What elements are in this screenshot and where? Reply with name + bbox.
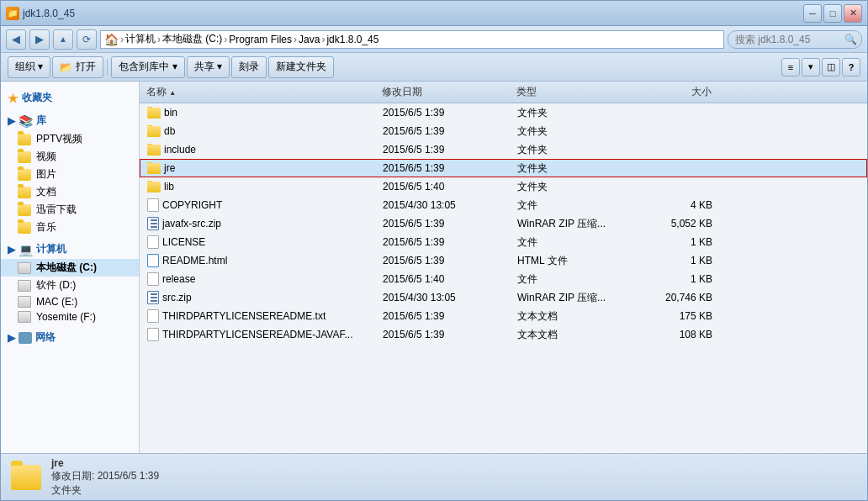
forward-button[interactable]: ▶ [29, 29, 50, 50]
drive-icon-c [18, 262, 31, 274]
open-icon: 📂 [60, 61, 72, 73]
file-name: include [140, 144, 376, 156]
sidebar-item-thunder[interactable]: 迅雷下载 [1, 201, 139, 219]
file-row[interactable]: README.html 2015/6/5 1:39 HTML 文件 1 KB [140, 251, 867, 270]
sidebar-item-docs[interactable]: 文档 [1, 183, 139, 201]
burn-button[interactable]: 刻录 [231, 56, 267, 78]
file-row[interactable]: lib 2015/6/5 1:40 文件夹 [140, 177, 867, 196]
file-row[interactable]: release 2015/6/5 1:40 文件 1 KB [140, 270, 867, 288]
organize-button[interactable]: 组织 ▾ [8, 56, 50, 78]
file-list-content: bin 2015/6/5 1:39 文件夹 db 2015/6/5 1:39 文… [140, 103, 867, 453]
sidebar-item-images[interactable]: 图片 [1, 166, 139, 183]
col-header-date[interactable]: 修改日期 [375, 85, 510, 99]
file-name: bin [140, 107, 376, 119]
file-row[interactable]: THIRDPARTYLICENSEREADME-JAVAF... 2015/6/… [140, 325, 867, 344]
new-folder-button[interactable]: 新建文件夹 [268, 56, 334, 78]
view-toggle-button[interactable]: ≡ [781, 58, 800, 76]
view-dropdown-button[interactable]: ▾ [802, 58, 820, 76]
sidebar-item-music[interactable]: 音乐 [1, 219, 139, 236]
address-path[interactable]: 🏠 › 计算机 › 本地磁盘 (C:) › Program Files › Ja… [100, 30, 724, 49]
file-row[interactable]: javafx-src.zip 2015/6/5 1:39 WinRAR ZIP … [140, 214, 867, 233]
file-date: 2015/6/5 1:40 [376, 181, 511, 192]
col-header-size[interactable]: 大小 [644, 85, 728, 99]
title-bar: 📁 jdk1.8.0_45 ─ □ ✕ [1, 1, 867, 26]
maximize-button[interactable]: □ [823, 4, 842, 23]
file-type: 文件 [511, 198, 645, 213]
help-button[interactable]: ? [842, 58, 860, 76]
search-icon: 🔍 [844, 34, 857, 45]
file-name: release [140, 272, 376, 286]
file-date: 2015/6/5 1:39 [376, 162, 511, 174]
search-input[interactable] [728, 30, 862, 49]
close-button[interactable]: ✕ [844, 4, 862, 23]
folder-icon-images [18, 169, 31, 181]
back-button[interactable]: ◀ [6, 29, 26, 50]
refresh-button[interactable]: ⟳ [77, 29, 97, 50]
search-container: 🔍 [728, 30, 862, 49]
path-computer[interactable]: 计算机 [125, 32, 156, 46]
up-button[interactable]: ▲ [53, 29, 73, 50]
sidebar-item-yosemite[interactable]: Yosemite (F:) [1, 309, 139, 324]
file-size: 20,746 KB [645, 292, 729, 303]
file-type: 文件夹 [511, 143, 645, 157]
path-program-files[interactable]: Program Files [229, 34, 292, 45]
file-size: 108 KB [645, 329, 729, 340]
sidebar-item-video[interactable]: 视频 [1, 148, 139, 166]
file-row[interactable]: jre 2015/6/5 1:39 文件夹 [140, 159, 867, 177]
toolbar: 组织 ▾ 📂 打开 包含到库中 ▾ 共享 ▾ 刻录 新建文件夹 ≡ ▾ ◫ ? [1, 53, 867, 82]
file-row[interactable]: COPYRIGHT 2015/4/30 13:05 文件 4 KB [140, 196, 867, 214]
drive-icon-d [18, 280, 31, 292]
library-section: ▶ 📚 库 PPTV视频 视频 图片 文档 [1, 111, 139, 236]
file-name: README.html [140, 254, 376, 267]
file-row[interactable]: bin 2015/6/5 1:39 文件夹 [140, 103, 867, 122]
share-button[interactable]: 共享 ▾ [187, 56, 230, 78]
sidebar-item-local-disk[interactable]: 本地磁盘 (C:) [1, 259, 139, 277]
folder-icon-pptv [18, 134, 31, 145]
library-header[interactable]: ▶ 📚 库 [1, 111, 139, 130]
sidebar-item-mac-disk[interactable]: MAC (E:) [1, 294, 139, 309]
file-date: 2015/6/5 1:40 [376, 273, 511, 285]
favorites-header[interactable]: ★ 收藏夹 [1, 88, 139, 108]
file-icon [147, 235, 159, 249]
file-size: 1 KB [645, 273, 729, 285]
path-local-disk[interactable]: 本地磁盘 (C:) [162, 32, 222, 46]
file-row[interactable]: src.zip 2015/4/30 13:05 WinRAR ZIP 压缩...… [140, 288, 867, 307]
file-name: THIRDPARTYLICENSEREADME-JAVAF... [140, 328, 376, 341]
path-java[interactable]: Java [299, 34, 320, 45]
file-row[interactable]: include 2015/6/5 1:39 文件夹 [140, 140, 867, 159]
col-header-name[interactable]: 名称 ▲ [140, 85, 375, 99]
minimize-button[interactable]: ─ [803, 4, 822, 23]
network-header[interactable]: ▶ 网络 [1, 328, 139, 347]
file-size: 1 KB [645, 255, 729, 266]
folder-icon [147, 145, 161, 156]
folder-icon [147, 108, 161, 119]
file-name: src.zip [140, 291, 376, 304]
window-title: jdk1.8.0_45 [23, 8, 75, 19]
status-folder-icon [11, 465, 41, 490]
star-icon: ★ [8, 92, 19, 105]
toolbar-separator-1 [107, 59, 108, 76]
file-size: 175 KB [645, 310, 729, 322]
triangle-icon-2: ▶ [8, 244, 15, 256]
file-row[interactable]: THIRDPARTYLICENSEREADME.txt 2015/6/5 1:3… [140, 307, 867, 325]
col-header-type[interactable]: 类型 [510, 85, 644, 99]
open-button[interactable]: 📂 打开 [52, 56, 103, 78]
path-home-icon: 🏠 [104, 33, 119, 46]
file-size: 5,052 KB [645, 218, 729, 229]
file-date: 2015/6/5 1:39 [376, 107, 511, 119]
file-name: LICENSE [140, 235, 376, 249]
file-row[interactable]: db 2015/6/5 1:39 文件夹 [140, 122, 867, 140]
path-jdk[interactable]: jdk1.8.0_45 [326, 34, 378, 45]
include-button[interactable]: 包含到库中 ▾ [111, 56, 184, 78]
preview-button[interactable]: ◫ [822, 58, 840, 76]
sort-arrow: ▲ [169, 89, 176, 97]
sidebar-item-soft-disk[interactable]: 软件 (D:) [1, 277, 139, 294]
window-icon: 📁 [6, 7, 19, 20]
sidebar-item-pptv[interactable]: PPTV视频 [1, 130, 139, 148]
file-row[interactable]: LICENSE 2015/6/5 1:39 文件 1 KB [140, 233, 867, 251]
file-name: db [140, 125, 376, 137]
file-icon [147, 309, 159, 323]
computer-header[interactable]: ▶ 💻 计算机 [1, 240, 139, 259]
folder-icon [147, 126, 161, 137]
folder-icon [147, 182, 161, 192]
